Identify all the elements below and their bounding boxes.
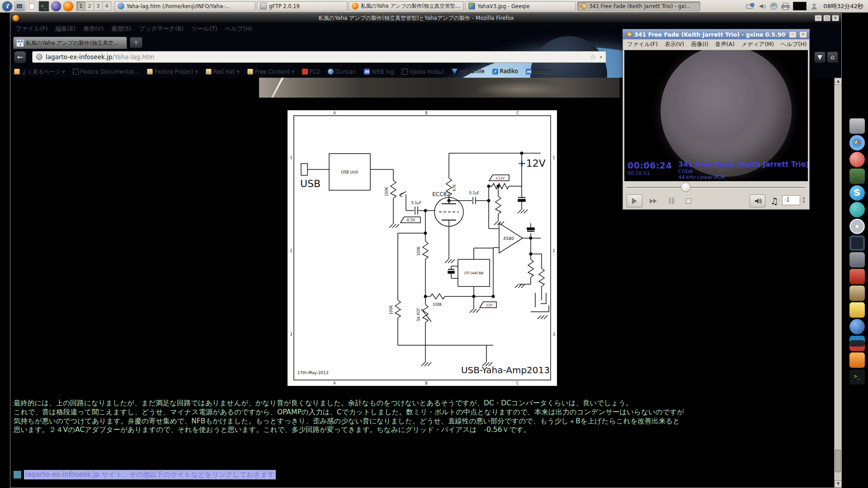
- web-globe-icon[interactable]: [51, 1, 61, 12]
- chat-icon[interactable]: [849, 202, 865, 217]
- firefox-launcher-icon[interactable]: [63, 1, 74, 12]
- page-scrollbar[interactable]: ▲ ▼: [834, 78, 841, 488]
- gxine-menu-media[interactable]: メディア(M): [741, 41, 774, 48]
- downloads-button[interactable]: ▼: [814, 52, 826, 63]
- bookmark-web-log[interactable]: mWEB log: [364, 68, 394, 75]
- gxine-menu-file[interactable]: ファイル(F): [627, 41, 658, 48]
- stop-button[interactable]: [682, 194, 695, 207]
- browser-icon[interactable]: [849, 135, 865, 150]
- screenshot-icon[interactable]: [14, 1, 25, 12]
- skype-icon[interactable]: S: [849, 185, 865, 201]
- folder-icon: [206, 69, 212, 75]
- bookmark-radiko[interactable]: rRadiko: [492, 68, 518, 75]
- play-button[interactable]: [627, 194, 642, 207]
- bookmark-star-icon[interactable]: ☆: [590, 53, 596, 61]
- bookmark-motigo[interactable]: mMotigo: [526, 68, 552, 75]
- gxine-menu-audio[interactable]: 音声(A): [715, 41, 735, 48]
- workspace-2[interactable]: 2: [85, 1, 94, 11]
- gxine-titlebar[interactable]: 341 Free Fade (Keith Jarrett Trio) - gxi…: [623, 29, 809, 39]
- home-button[interactable]: ⌂: [827, 52, 838, 63]
- bookmark-most-visited[interactable]: よく見るページ▼: [14, 68, 65, 75]
- mute-button[interactable]: [750, 194, 765, 207]
- gxine-menu-help[interactable]: ヘルプ(H): [781, 41, 807, 48]
- taskbar-window-gxine[interactable]: 341 Free Fade (Keith Jarrett Trio) - gxi…: [577, 1, 700, 11]
- terminal-icon[interactable]: >_: [849, 369, 865, 385]
- bookmark-fedora-doc[interactable]: Fedora Documentat...: [73, 68, 139, 75]
- green-app-icon[interactable]: [849, 169, 865, 184]
- user-status-icon[interactable]: [810, 2, 818, 10]
- menu-edit[interactable]: 編集(E): [56, 24, 75, 33]
- minimize-button[interactable]: ─: [815, 15, 822, 21]
- gxine-menu-view[interactable]: 表示(V): [665, 41, 684, 48]
- menu-bookmarks[interactable]: ブックマーク(B): [139, 24, 184, 33]
- seek-track[interactable]: [627, 187, 805, 188]
- pdf-reader-icon[interactable]: [849, 269, 865, 284]
- speed-spinbox[interactable]: -1: [782, 195, 800, 205]
- maximize-button[interactable]: ▢: [823, 15, 830, 21]
- scrollbar-thumb[interactable]: [835, 450, 841, 472]
- camera-icon[interactable]: [849, 118, 865, 134]
- seek-slider[interactable]: [623, 181, 809, 193]
- menu-history[interactable]: 履歴(S): [111, 24, 131, 33]
- seek-handle[interactable]: [681, 182, 691, 192]
- app-swirl-icon[interactable]: [769, 2, 778, 10]
- volume-icon[interactable]: [758, 2, 766, 10]
- svg-text:2: 2: [290, 249, 292, 253]
- pause-button[interactable]: [665, 194, 678, 207]
- workspace-1[interactable]: 1: [76, 1, 85, 11]
- taskbar-window-firefox[interactable]: 私風のYaha アンプの製作(独立真空管型)...: [349, 1, 464, 11]
- bookmark-vpass[interactable]: Vpass mitsui: [402, 68, 444, 75]
- cd-player-icon[interactable]: [849, 219, 865, 234]
- editor-icon[interactable]: [849, 286, 865, 301]
- taskbar-window-yaha-lag[interactable]: Yaha-lag.htm (/home/kenji/INFO/Yaha-...: [114, 1, 255, 11]
- close-button[interactable]: ✕: [832, 15, 839, 21]
- gray-app-icon[interactable]: [849, 252, 865, 267]
- scroll-down-icon[interactable]: ▼: [835, 480, 842, 488]
- gxine-video-area[interactable]: 00:06:24 00:18:51 341 Free Fade (Keith J…: [624, 50, 808, 181]
- fedora-menu-icon[interactable]: f: [2, 1, 13, 12]
- menu-help[interactable]: ヘルプ(H): [225, 24, 252, 33]
- gxine-menu-image[interactable]: 画像(I): [691, 41, 708, 48]
- terminal-launcher-icon[interactable]: >_: [38, 1, 49, 12]
- fast-forward-button[interactable]: [646, 194, 661, 207]
- bookmark-fedora-project[interactable]: Fedora Project▼: [147, 68, 198, 75]
- gxine-close-button[interactable]: ✕: [799, 31, 807, 38]
- printer-icon[interactable]: [781, 2, 790, 10]
- spinbox-arrows[interactable]: ▲▼: [801, 195, 807, 205]
- bookmark-hifi-chile[interactable]: HiFi Chile: [452, 68, 485, 75]
- bookmark-free-content[interactable]: Free Content▼: [247, 68, 294, 75]
- taskbar-window-geeqie[interactable]: YahaV3.jpg - Geeqie: [465, 1, 576, 11]
- site-link[interactable]: lagarto-ex-infoseek.jp サイト、その他以下のサイトなどをリ…: [24, 470, 276, 479]
- blue-app-icon[interactable]: [849, 319, 865, 334]
- bookmark-duncan[interactable]: Duncan: [328, 68, 356, 75]
- bookmark-fc2[interactable]: FC2: [302, 68, 320, 75]
- monitor-icon[interactable]: [849, 235, 865, 251]
- menu-view[interactable]: 表示(V): [83, 24, 104, 33]
- orange-app-icon[interactable]: [849, 352, 865, 368]
- bookmark-red-hat[interactable]: Red Hat▼: [206, 68, 240, 75]
- gxine-minimize-button[interactable]: ─: [789, 31, 797, 38]
- url-dropdown-icon[interactable]: ▾: [599, 54, 602, 60]
- url-bar[interactable]: lagarto-ex-infoseek.jp/Yaha-lag.htm ☆ ▾: [32, 51, 606, 63]
- video-editor-icon[interactable]: [849, 336, 865, 351]
- keyboard-layout-icon[interactable]: [746, 2, 755, 10]
- back-button[interactable]: ←: [14, 51, 26, 63]
- scroll-up-icon[interactable]: ▲: [835, 78, 842, 85]
- media-type: CDDA: [679, 169, 808, 174]
- workspace-4[interactable]: 4: [102, 1, 111, 11]
- url-text[interactable]: lagarto-ex-infoseek.jp/Yaha-lag.htm: [46, 53, 154, 61]
- taskbar-window-gftp[interactable]: gFTP 2.0.19: [257, 1, 347, 11]
- notes-icon[interactable]: [849, 302, 865, 318]
- video-preview-tray-icon[interactable]: [793, 2, 807, 10]
- desktop: { "taskbar": { "workspaces": ["1", "2", …: [0, 0, 868, 488]
- menu-file[interactable]: ファイル(F): [16, 24, 48, 33]
- mascot-icon[interactable]: [849, 152, 865, 167]
- workspace-3[interactable]: 3: [94, 1, 103, 11]
- files-icon[interactable]: [26, 1, 37, 12]
- site-identity-icon[interactable]: [36, 54, 42, 60]
- grid-col-a: A: [333, 111, 336, 115]
- menu-tools[interactable]: ツール(T): [191, 24, 217, 33]
- tab-yaha-page[interactable]: EL84 私風のYaha アンプの製作(独立真空...: [13, 37, 127, 49]
- firefox-titlebar[interactable]: 私風のYaha アンプの製作(独立真空管型)とYahaアンプの製作 - Mozi…: [10, 14, 841, 23]
- new-tab-button[interactable]: +: [130, 37, 142, 48]
